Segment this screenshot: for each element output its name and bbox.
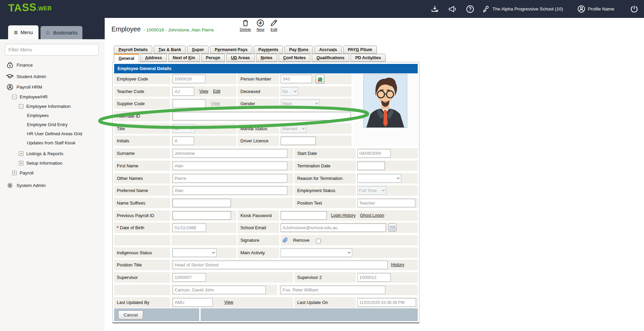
tab-bookmarks[interactable]: Bookmarks — [41, 26, 82, 39]
last-updated-by-input[interactable] — [173, 298, 213, 307]
signature-remove-checkbox[interactable] — [316, 239, 321, 243]
expand-icon[interactable] — [19, 151, 23, 156]
expand-icon[interactable] — [12, 171, 17, 175]
first-name-input[interactable] — [173, 162, 287, 170]
other-names-input[interactable] — [173, 174, 287, 183]
tab-payroll-details[interactable]: Payroll Details — [114, 46, 152, 54]
person-number-input[interactable] — [281, 75, 312, 83]
row-other-names: Other Names Reason for Termination — [114, 173, 418, 184]
row-indigenous-status: Indigenous Status Main Activity — [114, 247, 418, 258]
tab-qualifications[interactable]: Qualifications — [312, 54, 349, 62]
marital-status-select[interactable]: Married — [281, 124, 306, 133]
tab-next-of-kin[interactable]: Next of Kin — [168, 54, 200, 62]
tab-tax-bank[interactable]: Tax & Bank — [154, 46, 186, 54]
tab-payments[interactable]: Payments — [254, 46, 283, 54]
reason-for-termination-select[interactable] — [357, 174, 401, 183]
teacher-code-edit-link[interactable]: Edit — [213, 89, 221, 94]
initials-input[interactable] — [173, 137, 194, 145]
title-select[interactable]: Mr — [173, 124, 195, 133]
teacher-code-input[interactable] — [173, 87, 194, 96]
tab-permanent-pays[interactable]: Permanent Pays — [210, 46, 252, 54]
previous-payroll-id-input[interactable] — [173, 211, 231, 220]
sidebar-item-listings-reports[interactable]: Listings & Reports — [19, 151, 63, 156]
last-updated-view-link[interactable]: View — [224, 300, 233, 305]
alternate-id-input[interactable] — [173, 112, 351, 120]
sidebar-item-student-admin[interactable]: Student Admin — [6, 73, 46, 80]
email-button[interactable] — [388, 223, 396, 232]
supervisor2-name-input[interactable] — [281, 286, 385, 294]
tab-person[interactable]: Person — [201, 54, 225, 62]
row-initials: Initials Driver Licence — [114, 136, 418, 146]
school-switcher[interactable]: The Alpha Progressive School (10) — [482, 5, 563, 13]
ghost-logon-link[interactable]: Ghost Logon — [360, 213, 384, 218]
download-icon[interactable] — [431, 5, 439, 13]
tab-super[interactable]: Super — [187, 46, 208, 54]
sidebar-item-payroll[interactable]: Payroll — [12, 170, 33, 175]
employment-status-select[interactable]: Full Time — [357, 186, 386, 195]
person-link-button[interactable] — [315, 74, 325, 84]
last-update-on-input[interactable] — [357, 298, 416, 307]
sidebar-item-employee-grid-entry[interactable]: Employee Grid Entry — [27, 122, 68, 127]
termination-date-input[interactable] — [357, 162, 385, 170]
main-activity-select[interactable] — [281, 249, 352, 257]
announcements-icon[interactable] — [448, 5, 457, 13]
sidebar-item-setup-information[interactable]: Setup Information — [19, 161, 62, 166]
sidebar-item-employee-hr[interactable]: Employee/HR — [12, 94, 48, 99]
help-icon[interactable] — [466, 5, 474, 14]
row-supervisor: Supervisor Supervisor 2 — [114, 272, 418, 283]
delete-button[interactable]: Delete — [240, 19, 251, 31]
driver-licence-input[interactable] — [281, 137, 316, 145]
tab-notes[interactable]: Notes — [256, 54, 277, 62]
login-history-link[interactable]: Login History — [331, 213, 356, 218]
indigenous-status-select[interactable] — [173, 249, 216, 257]
paperclip-icon[interactable] — [282, 237, 288, 245]
tab-payg-psum[interactable]: PAYG PSum — [343, 46, 377, 54]
expand-icon[interactable] — [19, 161, 23, 165]
deceased-select[interactable]: No — [281, 87, 298, 96]
sidebar-item-employees[interactable]: Employees — [27, 113, 49, 118]
position-text-input[interactable] — [357, 199, 415, 207]
sidebar-item-employee-information[interactable]: Employee Information — [19, 104, 71, 109]
employee-code-input[interactable] — [173, 75, 205, 83]
tab-pd-activities[interactable]: PD Activities — [351, 54, 386, 62]
supervisor2-input[interactable] — [357, 273, 391, 282]
supervisor-name-input[interactable] — [173, 286, 266, 294]
teacher-code-view-link[interactable]: View — [199, 89, 208, 94]
position-title-history-link[interactable]: History — [391, 262, 404, 267]
new-button[interactable]: New — [256, 19, 264, 31]
date-of-birth-input[interactable] — [173, 223, 206, 232]
school-email-input[interactable] — [281, 223, 386, 232]
tab-ud-areas[interactable]: UD Areas — [226, 54, 255, 62]
profile-menu[interactable]: Profile Name — [577, 5, 614, 13]
supplier-code-input[interactable] — [173, 99, 205, 108]
name-suffixes-input[interactable] — [173, 199, 231, 207]
tab-menu[interactable]: Menu — [8, 25, 38, 39]
kiosk-password-input[interactable] — [281, 211, 327, 220]
start-date-input[interactable] — [357, 149, 391, 158]
position-title-input[interactable] — [173, 261, 388, 269]
sidebar-item-hr-user-defined-areas-grid[interactable]: HR User Defined Areas Grid — [27, 131, 82, 136]
position-title-label: Position Title — [117, 262, 142, 267]
surname-input[interactable] — [173, 149, 287, 158]
filter-menu-input[interactable] — [5, 44, 99, 55]
sidebar-item-payroll-hrm[interactable]: Payroll HRM — [6, 84, 42, 91]
supervisor2-label: Supervisor 2 — [297, 275, 322, 280]
tab-general[interactable]: General — [114, 54, 139, 63]
preferred-name-input[interactable] — [173, 186, 287, 195]
tab-pay-runs[interactable]: Pay Runs — [284, 46, 313, 54]
email-icon — [390, 226, 395, 230]
cancel-button[interactable]: Cancel — [118, 310, 143, 320]
sidebar-item-updates-from-staff-kiosk[interactable]: Updates from Staff Kiosk — [27, 140, 76, 145]
tab-address[interactable]: Address — [140, 54, 167, 62]
gender-select[interactable]: Male — [281, 99, 320, 108]
tab-accruals[interactable]: Accruals — [314, 46, 342, 54]
edit-button[interactable]: Edit — [270, 19, 278, 31]
logout-icon[interactable] — [630, 5, 639, 14]
sidebar-item-finance[interactable]: $ Finance — [6, 62, 33, 69]
collapse-icon[interactable] — [19, 104, 23, 109]
collapse-icon[interactable] — [12, 95, 17, 99]
deceased-label: Deceased — [240, 89, 260, 94]
supervisor-input[interactable] — [173, 273, 206, 282]
tab-conf-notes[interactable]: Conf Notes — [279, 54, 311, 62]
sidebar-item-system-admin[interactable]: System Admin — [6, 182, 46, 189]
